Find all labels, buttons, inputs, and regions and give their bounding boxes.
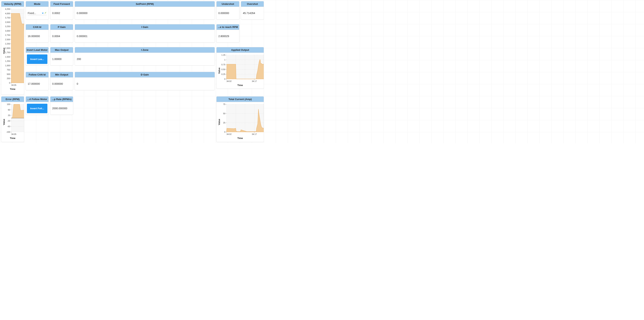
svg-text:25: 25 [223,122,225,124]
value-readout[interactable]: 0 [77,82,78,85]
value-readout[interactable]: 0.000000 [52,82,63,85]
svg-text:34:02: 34:02 [226,133,232,135]
svg-text:0.25: 0.25 [222,73,225,75]
svg-text:1,000: 1,000 [5,64,10,67]
chart-svg-velocity[interactable]: 02505007501,0001,2501,5001,7502,0002,250… [2,8,24,87]
tile-follow-can-id: Follow CAN Id 17.000000 [26,72,49,90]
svg-text:2,500: 2,500 [5,38,10,41]
mode-body: Fixed... ✓ [26,7,48,19]
svg-text:4,250: 4,250 [5,8,10,10]
tile-header: Max Output [50,47,73,53]
tile-mode: Mode Fixed... ✓ [26,1,49,20]
svg-text:0.50: 0.50 [222,68,225,71]
tile-invert-lead: Invert Lead Motor Invert Lea... [26,47,49,66]
svg-text:1,500: 1,500 [5,56,10,58]
tile-header: Feed Forward [50,1,73,7]
chart-title: Velocity (RPM) [1,1,24,7]
tile-time-to-rpm: ...e to reach RPM 2.800029 [216,24,240,43]
value-readout[interactable]: 0.0002 [52,12,60,15]
x-axis-label: Time [2,88,23,90]
svg-text:1,250: 1,250 [5,60,10,62]
svg-text:500: 500 [7,73,10,75]
svg-text:20: 20 [8,114,10,116]
tile-max-output: Max Output 1.00000 [50,47,73,66]
svg-text:250: 250 [7,77,10,80]
value-readout: 45.714264 [243,12,255,15]
tile-header: ...e to reach RPM [216,24,239,30]
tile-i-gain: I Gain 0.000001 [75,24,215,43]
chart-applied-output: Applied Output Value 00.250.500.7511.253… [216,47,264,89]
y-axis-label: Value [218,68,220,74]
value-readout[interactable]: 2000.000000 [52,107,67,110]
chart-title: Applied Output [216,47,264,53]
svg-text:2,750: 2,750 [5,34,10,36]
svg-text:34:17: 34:17 [252,133,257,135]
svg-text:75: 75 [223,103,225,105]
value-readout[interactable]: 0.000001 [77,35,88,38]
tile-header: Mode [26,1,48,7]
y-axis-label: Value [2,119,5,125]
svg-text:4,000: 4,000 [5,12,10,15]
tile-ramp-rate: ...p Rate (RPM/s) 2000.000000 [50,96,73,115]
y-axis-label: Value [2,48,5,54]
tile-can-id: CAN Id 16.000000 [26,24,49,43]
check-icon: ✓ [44,11,47,14]
tile-invert-follow: ...rt Follow Motor Invert Foll... [26,96,49,115]
x-axis-label: Time [218,137,262,140]
value-readout[interactable]: 0.0004 [52,35,60,38]
x-axis-label: Time [218,84,262,87]
x-axis-label: Time [2,137,23,140]
svg-text:34:05: 34:05 [11,133,16,135]
chart-total-current: Total Current (Amp) Value 025507534:0234… [216,96,264,142]
chart-title: Total Current (Amp) [216,97,264,102]
chart-svg-error[interactable]: -100-60-20206010034:0534:2034:35 [2,103,24,136]
svg-text:3,750: 3,750 [5,17,10,19]
tile-header: I Gain [75,24,215,30]
dashboard-grid: Mode Fixed... ✓ Feed Forward 0.0002 SetP… [1,1,643,142]
chart-error: Error (RPM) Value -100-60-20206010034:05… [1,96,24,142]
tile-undershot: Undershot 0.000000 [216,1,240,20]
tile-p-gain: P Gain 0.0004 [50,24,73,43]
svg-text:100: 100 [7,103,10,105]
tile-min-output: Min Output 0.000000 [50,72,73,90]
svg-text:-20: -20 [7,120,10,122]
svg-text:34:02: 34:02 [226,80,232,82]
tile-i-zone: I Zone 200 [75,47,215,66]
value-readout: 0.000000 [218,12,229,15]
tile-header: Invert Lead Motor [26,47,48,53]
svg-text:1.25: 1.25 [222,54,225,56]
value-readout[interactable]: 16.000000 [28,35,40,38]
tile-header: SetPoint (RPM) [75,1,215,7]
tile-feed-forward: Feed Forward 0.0002 [50,1,73,20]
tile-header: Min Output [50,72,73,78]
tile-d-gain: D Gain 0 [75,72,215,90]
tile-header: ...rt Follow Motor [26,97,48,102]
chart-svg-current[interactable]: 025507534:0234:1734:32 [218,103,264,136]
value-readout[interactable]: 200 [77,58,81,61]
y-axis-label: Value [218,119,220,125]
invert-lead-button[interactable]: Invert Lea... [27,55,48,64]
svg-text:1: 1 [224,59,225,61]
mode-selected-value: Fixed... [28,12,41,15]
svg-text:0: 0 [224,78,225,80]
value-readout[interactable]: 17.000000 [28,82,40,85]
tile-header: D Gain [75,72,215,78]
svg-text:0.75: 0.75 [222,64,225,66]
invert-follow-button[interactable]: Invert Foll... [27,104,48,113]
tile-header: Undershot [216,1,239,7]
svg-text:0: 0 [224,131,225,133]
svg-text:3,000: 3,000 [5,30,10,32]
chart-title: Error (RPM) [1,97,24,102]
mode-combo[interactable]: Fixed... ✓ [28,11,47,15]
tile-header: CAN Id [26,24,48,30]
chart-svg-applied[interactable]: 00.250.500.7511.2534:0234:1734:32 [218,54,264,83]
tile-header: Follow CAN Id [26,72,48,78]
svg-text:0: 0 [9,82,10,84]
svg-text:60: 60 [8,109,10,111]
svg-text:-100: -100 [6,131,10,133]
value-readout[interactable]: 1.00000 [52,58,62,61]
value-readout[interactable]: 0.000000 [77,12,88,15]
tile-header: I Zone [75,47,215,53]
svg-text:2,250: 2,250 [5,43,10,45]
svg-text:3,250: 3,250 [5,25,10,28]
